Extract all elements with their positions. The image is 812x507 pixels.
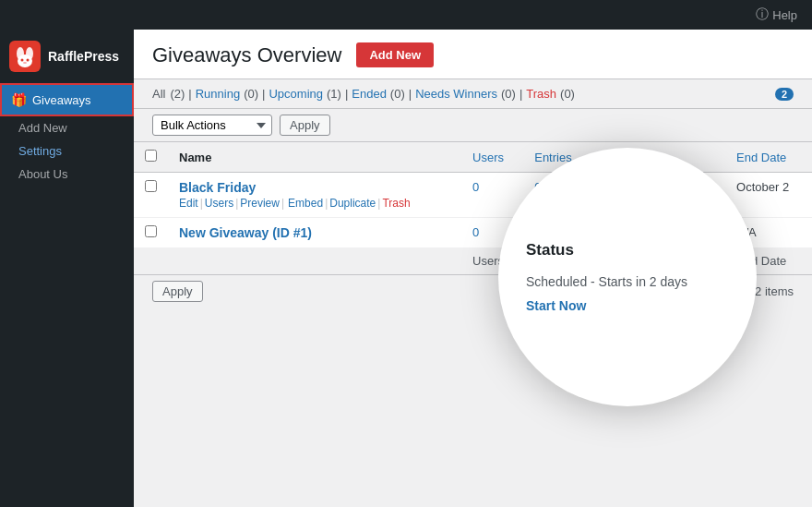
- items-count: 2 items: [755, 284, 794, 298]
- popup-status-value: Scheduled - Starts in 2 days: [526, 274, 729, 289]
- row2-checkbox[interactable]: [145, 225, 157, 237]
- col-users-header[interactable]: Users: [461, 142, 523, 173]
- row1-trash-link[interactable]: Trash: [382, 197, 410, 210]
- row1-users-cell: 0: [461, 173, 523, 218]
- sidebar-about-label: About Us: [18, 167, 67, 181]
- footer-col-name: [168, 248, 461, 274]
- filter-needs-winners[interactable]: Needs Winners: [415, 87, 497, 101]
- popup-content: Status Scheduled - Starts in 2 days Star…: [498, 215, 757, 339]
- count-badge: 2: [775, 88, 794, 101]
- col-name-header: Name: [168, 142, 461, 173]
- row1-name-cell: Black Friday Edit | Users | Preview | Em…: [168, 173, 461, 218]
- sidebar-item-about-us[interactable]: About Us: [0, 163, 134, 186]
- page-header: Giveaways Overview Add New: [134, 30, 812, 79]
- col-checkbox-header: [134, 142, 168, 173]
- status-popup: Status Scheduled - Starts in 2 days Star…: [498, 148, 757, 406]
- popup-status-label: Status: [526, 241, 729, 260]
- add-new-button[interactable]: Add New: [356, 42, 434, 67]
- svg-point-4: [21, 59, 24, 62]
- filter-running[interactable]: Running: [196, 87, 240, 101]
- sep-e: |: [377, 197, 380, 210]
- bulk-actions-bar-top: Bulk Actions Delete Apply: [134, 109, 812, 141]
- row1-giveaway-name[interactable]: Black Friday: [179, 180, 256, 195]
- svg-point-5: [27, 59, 30, 62]
- svg-point-3: [18, 54, 32, 67]
- row1-users-link[interactable]: Users: [205, 197, 233, 210]
- row2-giveaway-name[interactable]: New Giveaway (ID #1): [179, 225, 312, 240]
- row2-checkbox-cell: [134, 218, 168, 248]
- filter-needs-winners-count: (0): [501, 87, 516, 101]
- sidebar-item-settings[interactable]: Settings: [0, 139, 134, 163]
- sidebar-nav: 🎁 Giveaways: [0, 83, 134, 116]
- row1-duplicate-link[interactable]: Duplicate: [329, 197, 376, 210]
- rafflepress-logo-icon: [9, 41, 41, 72]
- row1-checkbox-cell: [134, 173, 168, 218]
- filter-upcoming-count: (1): [327, 87, 341, 101]
- bulk-apply-button-top[interactable]: Apply: [280, 115, 330, 136]
- sep3: |: [345, 87, 348, 101]
- col-enddate-header[interactable]: End Date: [725, 142, 812, 173]
- filter-trash[interactable]: Trash: [526, 87, 556, 101]
- footer-col-checkbox: [134, 248, 168, 274]
- sidebar-brand[interactable]: RafflePress: [0, 30, 134, 83]
- sidebar-add-new-label: Add New: [18, 121, 67, 135]
- filter-upcoming[interactable]: Upcoming: [269, 87, 323, 101]
- help-label: Help: [772, 8, 797, 22]
- table-header-row: Name Users Entries Start Date End Date: [134, 142, 812, 173]
- filter-all-count: (2): [170, 87, 185, 101]
- sidebar-sub-nav: Add New Settings About Us: [0, 116, 134, 186]
- sidebar: RafflePress 🎁 Giveaways Add New Settings…: [0, 30, 134, 507]
- filters-bar: All (2) | Running (0) | Upcoming (1) | E…: [134, 79, 812, 109]
- sep5: |: [519, 87, 522, 101]
- row1-actions: Edit | Users | Preview | Embed | Duplica…: [179, 197, 450, 210]
- page-title: Giveaways Overview: [152, 43, 341, 67]
- sep1: |: [188, 87, 191, 101]
- sidebar-item-giveaways[interactable]: 🎁 Giveaways: [0, 83, 134, 116]
- filter-all-label: All: [152, 87, 165, 101]
- row1-embed-link[interactable]: Embed: [288, 197, 323, 210]
- bulk-apply-button-bottom[interactable]: Apply: [152, 281, 203, 302]
- sidebar-brand-name: RafflePress: [48, 49, 119, 64]
- sep-a: |: [200, 197, 203, 210]
- row1-checkbox[interactable]: [145, 180, 157, 192]
- filter-links: All (2) | Running (0) | Upcoming (1) | E…: [152, 87, 575, 101]
- sidebar-settings-label: Settings: [18, 144, 62, 158]
- sidebar-giveaways-label: Giveaways: [32, 93, 91, 107]
- row1-edit-link[interactable]: Edit: [179, 197, 198, 210]
- filter-running-count: (0): [244, 87, 258, 101]
- filter-ended-count: (0): [390, 87, 405, 101]
- help-link[interactable]: ⓘ Help: [756, 6, 797, 23]
- sep2: |: [262, 87, 265, 101]
- help-icon: ⓘ: [756, 6, 769, 23]
- filter-ended[interactable]: Ended: [352, 87, 387, 101]
- popup-start-now-link[interactable]: Start Now: [526, 298, 586, 313]
- filter-search-area: 2: [775, 88, 794, 101]
- select-all-checkbox[interactable]: [145, 150, 157, 162]
- admin-bar: ⓘ Help: [0, 0, 812, 30]
- filter-trash-count: (0): [560, 87, 575, 101]
- sep-b: |: [235, 197, 238, 210]
- sep-d: |: [325, 197, 328, 210]
- sidebar-item-add-new[interactable]: Add New: [0, 116, 134, 139]
- sep4: |: [409, 87, 412, 101]
- sep-c: |: [281, 197, 284, 210]
- svg-point-6: [23, 62, 27, 64]
- giveaways-menu-icon: 🎁: [11, 92, 27, 107]
- row1-preview-link[interactable]: Preview: [240, 197, 280, 210]
- bulk-actions-select[interactable]: Bulk Actions Delete: [152, 115, 272, 136]
- row2-name-cell: New Giveaway (ID #1): [168, 218, 461, 248]
